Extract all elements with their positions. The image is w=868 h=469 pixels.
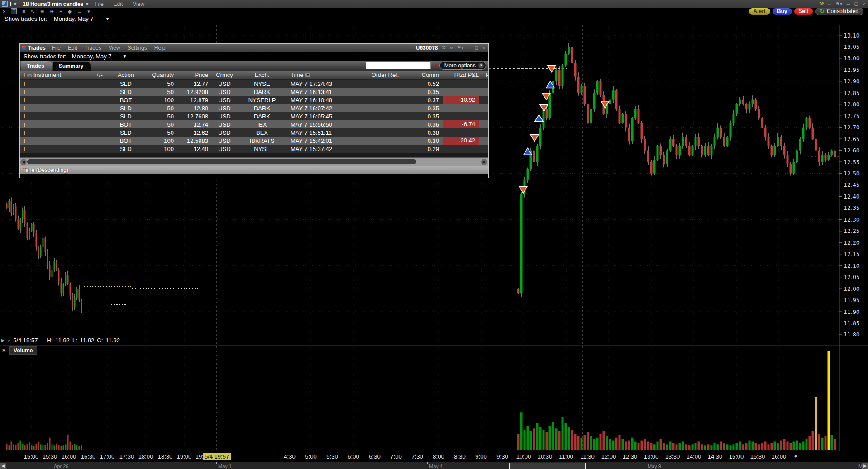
more-options-button[interactable]: More options ▼ <box>439 62 486 70</box>
table-row[interactable]: ISLD10012.40USDNYSEMAY 7 15:37:420.29 <box>20 145 488 153</box>
cell-action: SLD <box>110 89 141 95</box>
date-scroll-left-icon[interactable]: ◀ <box>0 463 6 469</box>
trades-table-filler <box>20 153 488 157</box>
svg-text:12.00: 12.00 <box>844 285 860 292</box>
date-tick <box>427 462 428 464</box>
cell-price: 12.7608 <box>177 113 212 120</box>
column-header-action[interactable]: Action <box>110 71 141 78</box>
trades-menu-trades[interactable]: Trades <box>85 45 101 51</box>
scroll-left-icon[interactable]: ◀ <box>20 159 27 165</box>
table-row[interactable]: ISLD5012.7608USDDARKMAY 7 16:05:450.35 <box>20 112 488 120</box>
cell-fin-instrument: I <box>20 137 88 144</box>
trades-show-caret-icon[interactable]: ▼ <box>123 54 127 59</box>
account-id: U630078 <box>416 45 438 51</box>
cell-action: SLD <box>110 81 141 87</box>
cell-time: MAY 7 15:51:11 <box>287 129 358 136</box>
trades-close-icon[interactable]: × <box>482 45 485 51</box>
column-header-rlzd-p-l[interactable]: Rlzd P&L <box>443 71 482 78</box>
column-header-time[interactable]: Time▼ <box>287 71 358 78</box>
date-scrollbar[interactable]: Apr 26May 1May 4May 9Ma◀▶ <box>0 462 868 469</box>
svg-text:13.00: 13.00 <box>844 55 860 62</box>
trades-hscrollbar[interactable]: ◀ ▶ <box>20 157 488 166</box>
cell-crmcy: USD <box>212 81 237 87</box>
trades-tabs: Trades Summary ✕ More options ▼ <box>20 61 488 71</box>
column-header-price[interactable]: Price <box>177 71 212 78</box>
cell-price: 12.62 <box>177 129 212 136</box>
cell-price: 12.879 <box>177 97 212 104</box>
cell-time: MAY 7 16:10:48 <box>287 97 358 104</box>
trades-link-icon[interactable]: ∞ <box>449 45 453 51</box>
table-row[interactable]: ISLD5012.62USDBEXMAY 7 15:51:110.38 <box>20 128 488 137</box>
readout-high-label: H: <box>47 337 52 344</box>
date-label: Apr 26 <box>54 464 68 469</box>
column-header--[interactable]: +/- <box>88 71 110 78</box>
table-row[interactable]: ISLD5012.80USDDARKMAY 7 16:07:420.35 <box>20 104 488 112</box>
cell-fin-instrument: I <box>20 97 88 104</box>
tab-trades[interactable]: Trades <box>21 61 52 71</box>
date-scroll-thumb[interactable] <box>509 463 586 469</box>
cell-crmcy: USD <box>212 137 237 144</box>
cell-comm: 0.52 <box>412 81 443 87</box>
column-header-exch-[interactable]: Exch. <box>237 71 287 78</box>
trades-menu-edit[interactable]: Edit <box>68 45 77 51</box>
cell-fin-instrument: I <box>20 113 88 120</box>
table-row[interactable]: ISLD5012.77USDNYSEMAY 7 17:24:430.52 <box>20 80 488 88</box>
cell-exch-: IEX <box>237 121 287 128</box>
cell-fin-instrument: I <box>20 146 88 152</box>
svg-text:12.65: 12.65 <box>844 136 860 142</box>
cell-price: 12.74 <box>177 121 212 128</box>
trades-show-value[interactable]: Monday, May 7 <box>72 53 112 60</box>
volume-pane-header: × Volume <box>0 346 37 355</box>
readout-close-icon[interactable]: × <box>8 338 10 343</box>
trades-menu-view[interactable]: View <box>109 45 120 51</box>
sort-desc-icon[interactable]: ▼ <box>305 73 310 77</box>
tab-summary[interactable]: Summary <box>53 61 91 71</box>
column-header-crmcy[interactable]: Crmcy <box>212 71 237 78</box>
column-header-fin-instrument[interactable]: Fin Instrument <box>20 71 88 78</box>
trades-menu-help[interactable]: Help <box>154 45 166 51</box>
trades-wrench-icon[interactable]: ⚒ <box>442 45 446 51</box>
column-header-order-ref-[interactable]: Order Ref. <box>358 71 412 78</box>
table-row[interactable]: IBOT10012.5983USDIBKRATSMAY 7 15:42:010.… <box>20 137 488 145</box>
trades-maximize-icon[interactable]: ◻ <box>474 45 478 51</box>
cell-time: MAY 7 16:07:42 <box>287 105 358 112</box>
readout-close: 11.92 <box>105 337 120 344</box>
cell-crmcy: USD <box>212 105 237 112</box>
table-row[interactable]: IBOT5012.74USDIEXMAY 7 15:56:500.36-6.74 <box>20 120 488 128</box>
play-icon[interactable]: ▶ <box>1 338 5 343</box>
trades-menu-settings[interactable]: Settings <box>127 45 147 51</box>
trades-show-bar: Show trades for: Monday, May 7 ▼ <box>20 52 488 61</box>
date-label: May 1 <box>218 464 232 469</box>
volume-close-icon[interactable]: × <box>2 347 5 354</box>
column-header-quantity[interactable]: Quantity <box>141 71 177 78</box>
table-row[interactable]: ISLD5012.9208USDDARKMAY 7 16:13:410.35 <box>20 88 488 96</box>
svg-text:11.80: 11.80 <box>844 331 860 338</box>
readout-low-label: L: <box>72 337 77 344</box>
table-row[interactable]: IBOT10012.879USDNYSERLPMAY 7 16:10:480.3… <box>20 96 488 104</box>
trades-pin-icon[interactable]: ⚑▾ <box>457 45 463 51</box>
clear-search-icon[interactable]: ✕ <box>433 62 438 69</box>
trades-menu-file[interactable]: File <box>52 45 61 51</box>
cell-action: SLD <box>110 105 141 112</box>
cell-exch-: NYSERLP <box>237 97 287 104</box>
trades-minimize-icon[interactable]: ─ <box>467 45 471 51</box>
time-tick: 16:00 <box>766 453 792 460</box>
cell-fin-instrument: I <box>20 81 88 87</box>
cell-comm: 0.35 <box>412 89 443 95</box>
cell-price: 12.40 <box>177 146 212 152</box>
cell-action: BOT <box>110 97 141 104</box>
svg-text:11.95: 11.95 <box>844 297 860 303</box>
cell-action: SLD <box>110 146 141 152</box>
cell-quantity: 100 <box>141 97 177 104</box>
scroll-thumb[interactable] <box>27 159 416 164</box>
column-header-comm[interactable]: Comm <box>412 71 443 78</box>
trades-window-titlebar[interactable]: Trades File Edit Trades View Settings He… <box>20 44 488 52</box>
cell-rlzd-p-l: -20.42 <box>443 137 482 145</box>
search-input[interactable] <box>366 62 431 69</box>
cell-action: SLD <box>110 129 141 136</box>
ohlc-readout: ▶ × 5/4 19:57 H: 11.92 L: 11.92 C: 11.92 <box>0 336 120 344</box>
column-header-p[interactable]: P <box>482 71 488 78</box>
date-scroll-right-icon[interactable]: ▶ <box>862 463 868 469</box>
scroll-right-icon[interactable]: ▶ <box>481 159 487 165</box>
cell-quantity: 50 <box>141 89 177 95</box>
